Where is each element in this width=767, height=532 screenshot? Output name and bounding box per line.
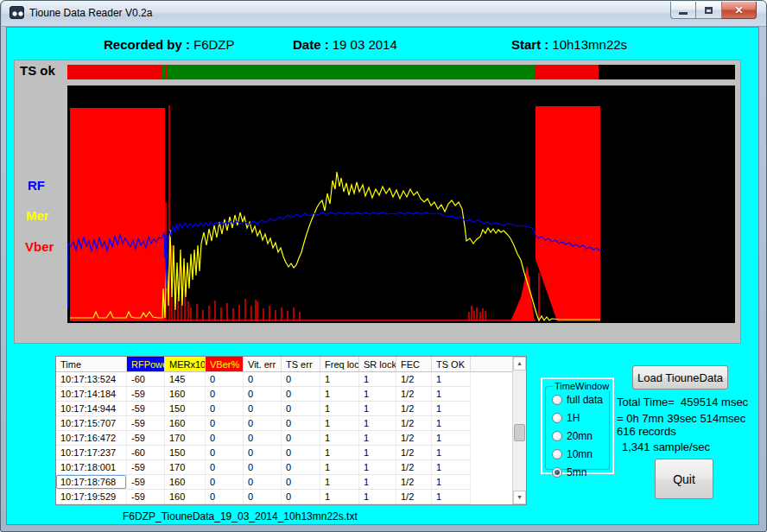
table-cell[interactable]: 1/2 (396, 460, 432, 475)
table-cell[interactable]: 0 (244, 490, 282, 504)
table-cell[interactable]: 1/2 (396, 446, 432, 460)
table-cell[interactable]: -60 (127, 372, 165, 387)
table-cell[interactable]: 0 (206, 372, 244, 387)
radio-label[interactable]: 20mn (567, 430, 593, 442)
table-cell[interactable]: 150 (165, 446, 206, 460)
table-cell[interactable]: 170 (165, 431, 206, 446)
table-cell[interactable]: 1/2 (396, 475, 432, 490)
table-cell[interactable]: -59 (127, 460, 165, 475)
table-row[interactable]: 10:17:19:529-59160000111/21 (56, 490, 512, 504)
scroll-down-icon[interactable]: ▼ (513, 491, 526, 504)
table-cell[interactable]: 10:17:16:472 (56, 431, 127, 446)
table-cell[interactable]: 1 (432, 446, 471, 460)
table-cell[interactable]: 0 (244, 416, 282, 431)
table-cell[interactable]: 1 (359, 446, 396, 460)
radio-option-5mn[interactable]: 5mn (552, 466, 607, 478)
table-cell[interactable]: 160 (165, 416, 206, 431)
radio-icon[interactable] (552, 467, 562, 478)
table-cell[interactable]: 0 (206, 416, 244, 431)
table-cell[interactable]: 1 (359, 402, 396, 416)
table-cell[interactable]: 10:17:14:184 (56, 387, 127, 402)
table-cell[interactable]: 0 (282, 475, 320, 490)
table-cell[interactable]: 1 (320, 475, 359, 490)
table-cell[interactable]: 1 (359, 387, 396, 402)
table-cell[interactable]: 10:17:13:524 (56, 372, 127, 387)
radio-icon[interactable] (552, 395, 562, 405)
table-cell[interactable]: 0 (206, 475, 244, 490)
table-cell[interactable]: 0 (244, 446, 282, 460)
table-cell[interactable]: 1 (432, 460, 471, 475)
table-cell[interactable]: 0 (282, 416, 320, 431)
table-cell[interactable]: -59 (127, 431, 165, 446)
table-cell[interactable]: 1/2 (396, 402, 432, 416)
table-cell[interactable]: 10:17:18:768 (56, 475, 127, 490)
table-cell[interactable]: 1 (359, 372, 396, 387)
radio-label[interactable]: 10mn (567, 448, 593, 460)
table-cell[interactable]: 1 (359, 460, 396, 475)
table-cell[interactable]: 0 (244, 387, 282, 402)
table-cell[interactable]: 0 (206, 402, 244, 416)
table-cell[interactable]: 1/2 (396, 387, 432, 402)
table-cell[interactable]: 1 (320, 431, 359, 446)
table-cell[interactable]: 1 (359, 416, 396, 431)
title-bar[interactable]: Tioune Data Reader V0.2a ✕ (2, 1, 766, 27)
table-cell[interactable]: 1 (320, 387, 359, 402)
table-cell[interactable]: 0 (282, 490, 320, 504)
radio-label[interactable]: 5mn (567, 466, 586, 478)
table-cell[interactable]: 0 (244, 475, 282, 490)
radio-option-full-data[interactable]: full data (552, 394, 607, 405)
table-cell[interactable]: -59 (127, 402, 165, 416)
table-cell[interactable]: 160 (165, 387, 206, 402)
table-cell[interactable]: 0 (282, 431, 320, 446)
table-cell[interactable]: 10:17:15:707 (56, 416, 127, 431)
table-cell[interactable]: 0 (206, 431, 244, 446)
table-cell[interactable]: 150 (165, 402, 206, 416)
table-row[interactable]: 10:17:13:524-60145000111/21 (56, 372, 512, 387)
column-header-time[interactable]: Time (56, 357, 127, 371)
table-cell[interactable]: 1/2 (396, 490, 432, 504)
table-cell[interactable]: 0 (206, 460, 244, 475)
table-grid[interactable]: TimeRFPowerMERx10VBer%Vit. errTS errFreq… (56, 357, 512, 504)
table-cell[interactable]: 1 (320, 416, 359, 431)
table-cell[interactable]: 1 (359, 475, 396, 490)
quit-button[interactable]: Quit (655, 459, 713, 499)
table-row[interactable]: 10:17:14:184-59160000111/21 (56, 387, 512, 402)
radio-icon[interactable] (552, 431, 562, 441)
radio-label[interactable]: full data (567, 394, 603, 406)
table-cell[interactable]: 0 (244, 431, 282, 446)
radio-label[interactable]: 1H (567, 412, 580, 424)
table-cell[interactable]: -59 (127, 475, 165, 490)
table-cell[interactable]: 1 (320, 490, 359, 504)
table-cell[interactable]: 1 (320, 372, 359, 387)
table-cell[interactable]: 10:17:14:944 (56, 402, 127, 416)
minimize-button[interactable] (670, 2, 696, 19)
table-cell[interactable]: 0 (206, 446, 244, 460)
load-tiounedata-button[interactable]: Load TiouneData (632, 365, 728, 390)
column-header-ts-ok[interactable]: TS OK (432, 357, 471, 371)
close-button[interactable]: ✕ (722, 2, 757, 19)
table-cell[interactable]: 1 (432, 475, 471, 490)
table-cell[interactable]: 145 (165, 372, 206, 387)
table-cell[interactable]: 1 (320, 402, 359, 416)
table-cell[interactable]: 0 (244, 460, 282, 475)
scroll-up-icon[interactable]: ▲ (513, 357, 526, 370)
table-cell[interactable]: 1 (320, 446, 359, 460)
table-cell[interactable]: 1 (432, 402, 471, 416)
column-header-rfpower[interactable]: RFPower (127, 357, 165, 371)
table-cell[interactable]: 1 (432, 490, 471, 504)
table-cell[interactable]: 10:17:17:237 (56, 446, 127, 460)
radio-option-1H[interactable]: 1H (552, 412, 607, 423)
table-row[interactable]: 10:17:18:768-59160000111/21 (56, 475, 512, 490)
table-row[interactable]: 10:17:17:237-60150000111/21 (56, 446, 512, 460)
column-header-vit-err[interactable]: Vit. err (244, 357, 282, 371)
table-cell[interactable]: 10:17:19:529 (56, 490, 127, 504)
table-cell[interactable]: 160 (165, 475, 206, 490)
table-cell[interactable]: 1 (432, 431, 471, 446)
column-header-vber-[interactable]: VBer% (206, 357, 244, 371)
table-row[interactable]: 10:17:14:944-59150000111/21 (56, 402, 512, 416)
table-cell[interactable]: 1/2 (396, 431, 432, 446)
table-cell[interactable]: -59 (127, 490, 165, 504)
table-cell[interactable]: 0 (206, 387, 244, 402)
table-row[interactable]: 10:17:15:707-59160000111/21 (56, 416, 512, 431)
table-cell[interactable]: 0 (282, 446, 320, 460)
